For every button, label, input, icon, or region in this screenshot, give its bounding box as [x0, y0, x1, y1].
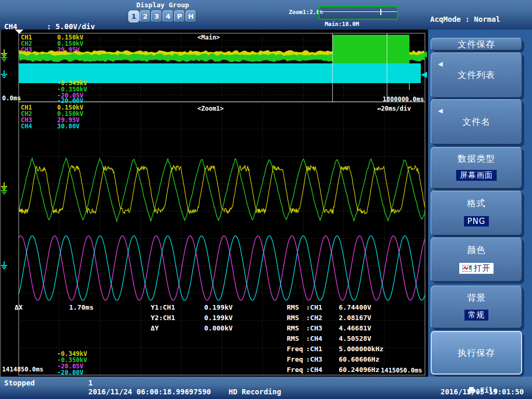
file-name-button[interactable]: ◀ 文件名 [431, 99, 522, 144]
acquisition-count: 1 [88, 379, 92, 387]
zoom-ch4-lower: -20.00V [57, 369, 84, 376]
zoom-ch4-value: 30.00V [57, 123, 79, 129]
waveform-display: <Main> CH1 0.150kV CH2 0.150kV CH3 29.95… [0, 30, 428, 377]
main-record-label: Main:18.0M [325, 21, 359, 28]
left-arrow-icon: ◀ [438, 60, 443, 68]
data-type-value: 屏幕画面 [456, 170, 497, 181]
cursor-y1-label: Y1:CH1 [151, 304, 175, 311]
acq-mode-label: AcqMode [430, 15, 461, 23]
zoom-timebase: ↔20ms/div [377, 105, 411, 112]
display-group-button-p[interactable]: P [174, 10, 185, 22]
format-value: PNG [464, 216, 489, 227]
meas-row: Freq :CH15.000000kHz [287, 345, 311, 352]
cursor-dy-label: ΔY [151, 325, 159, 331]
display-group-button-1[interactable]: 1 [128, 10, 139, 22]
color-button[interactable]: 颜色 打开 [431, 237, 522, 282]
cursor-dx-value: 1.70ms [69, 304, 94, 311]
display-group: Display Group 1234PH [126, 1, 199, 22]
cursor-y2-label: Y2:CH1 [151, 314, 175, 321]
meas-row: RMS :CH34.46681V [287, 325, 307, 331]
recording-status: HD Recording [229, 388, 281, 396]
zoom-window-title: <Zoom1> [197, 105, 224, 112]
main-time-start: 0.0ms [2, 95, 21, 101]
top-bar: CH4: 5.00V/div Position: -1.00 div Displ… [0, 0, 532, 30]
main-ch3-value: 29.95V [57, 47, 79, 53]
meas-row: RMS :CH44.50528V [287, 335, 307, 342]
display-group-button-2[interactable]: 2 [140, 10, 151, 22]
menu-title-label: 文件保存 [458, 38, 495, 50]
acquisition-datetime: 2016/11/24 06:00:18.99697590 [88, 388, 211, 396]
main-ch4-lower: -20.00V [57, 98, 84, 104]
channel-name: CH4 [4, 23, 47, 30]
zoom-time-start: 1414850.0ms [2, 366, 43, 373]
clock: 2016/12/05 19:01:50 [441, 388, 524, 396]
zoom-ch4-label: CH4 [21, 123, 32, 129]
display-group-button-4[interactable]: 4 [163, 10, 174, 22]
status-bar: Stopped 1 2016/11/24 06:00:18.99697590 H… [0, 377, 532, 399]
zoom-bar-line [320, 11, 397, 12]
file-list-button[interactable]: ◀ 文件列表 [431, 52, 522, 98]
data-type-button[interactable]: 数据类型 屏幕画面 [431, 147, 522, 189]
main-ch4-label: CH4 [21, 53, 32, 59]
zoom-bar-cursor[interactable] [380, 9, 381, 15]
zoom-time-end: 1415050.0ms [381, 367, 422, 374]
color-value: 打开 [459, 263, 494, 274]
left-arrow-icon: ◀ [438, 107, 443, 114]
meas-row: RMS :CH16.74400V [287, 304, 307, 311]
run-state: Stopped [4, 379, 35, 387]
cursor-dx-label: ΔX [15, 304, 23, 311]
zoom-position-bar[interactable] [318, 6, 398, 20]
display-group-button-h[interactable]: H [185, 10, 196, 22]
main-time-end: 1800000.0ms [330, 96, 424, 102]
main-window-title: <Main> [197, 34, 220, 41]
meas-row: Freq :CH460.24096Hz [287, 366, 311, 373]
display-group-button-3[interactable]: 3 [151, 10, 162, 22]
meas-row: Freq :CH360.60606Hz [287, 356, 311, 363]
softkey-menu: 文件保存 ◀ 文件列表 ◀ 文件名 数据类型 屏幕画面 格式 PNG 颜色 [428, 30, 532, 377]
main-ch3-label: CH3 [21, 47, 32, 53]
background-value: 常规 [464, 310, 488, 321]
format-button[interactable]: 格式 PNG [431, 191, 522, 235]
display-group-title: Display Group [126, 1, 199, 9]
oscilloscope-screen: CH4: 5.00V/div Position: -1.00 div Displ… [0, 0, 532, 399]
cursor-dy-value: 0.000kV [204, 325, 233, 331]
cursor-y1-value: 0.199kV [204, 304, 233, 311]
main-ch4-value: 30.00V [57, 53, 79, 59]
cursor-y2-value: 0.199kV [204, 314, 233, 321]
execute-save-button[interactable]: 执行保存 [431, 331, 522, 375]
menu-title-file-save: 文件保存 [431, 38, 522, 50]
background-button[interactable]: 背景 常规 [431, 286, 522, 328]
meas-row: RMS :CH22.08167V [287, 314, 307, 321]
acq-mode-value: : Normal [465, 15, 500, 23]
color-preview-icon [462, 265, 472, 272]
